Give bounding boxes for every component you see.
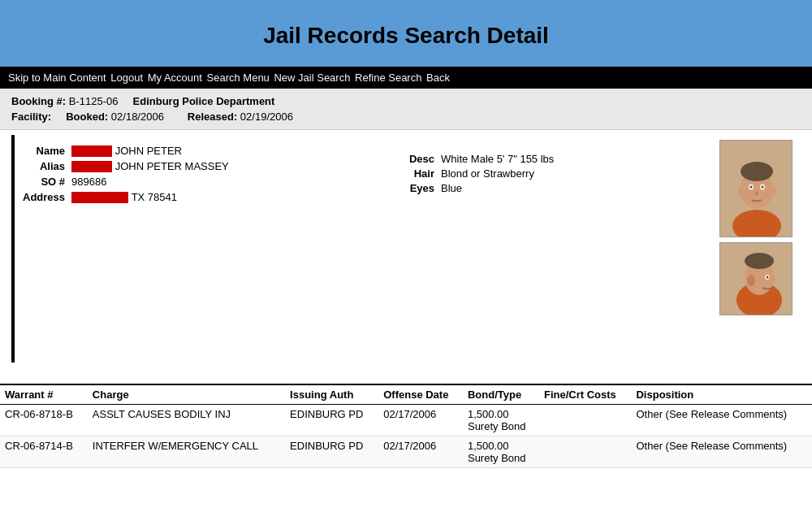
desc-value: White Male 5' 7" 155 lbs bbox=[441, 153, 554, 165]
col-offense-date: Offense Date bbox=[378, 385, 463, 405]
col-charge: Charge bbox=[88, 385, 285, 405]
mugshot-front bbox=[719, 140, 793, 237]
alias-redacted bbox=[71, 161, 112, 172]
charge-cell: ASSLT CAUSES BODILY INJ bbox=[88, 405, 285, 436]
address-suffix: TX 78541 bbox=[132, 191, 177, 203]
nav-search-menu[interactable]: Search Menu bbox=[207, 72, 270, 84]
svg-rect-20 bbox=[720, 243, 793, 315]
left-bar-accent bbox=[11, 135, 15, 363]
mugshot-side bbox=[719, 242, 793, 315]
hair-value: Blond or Strawberry bbox=[441, 167, 534, 180]
table-header-row: Warrant # Charge Issuing Auth Offense Da… bbox=[0, 385, 812, 405]
booked-label: Booked: bbox=[66, 111, 108, 123]
nav-back[interactable]: Back bbox=[426, 72, 450, 84]
booking-number-label: Booking #: bbox=[11, 95, 66, 107]
col-disposition: Disposition bbox=[631, 385, 812, 405]
so-label: SO # bbox=[23, 176, 71, 188]
disposition-cell: Other (See Release Comments) bbox=[631, 405, 812, 436]
col-warrant: Warrant # bbox=[0, 385, 88, 405]
alias-value: JOHN PETER MASSEY bbox=[115, 160, 229, 172]
address-redacted bbox=[71, 192, 128, 203]
nav-skip-main[interactable]: Skip to Main Content bbox=[8, 72, 106, 84]
department-value: Edinburg Police Department bbox=[133, 95, 275, 107]
person-details: Name JOHN PETER Alias JOHN PETER MASSEY … bbox=[23, 135, 711, 363]
bond-type-cell: 1,500.00Surety Bond bbox=[463, 405, 539, 436]
table-row: CR-06-8714-BINTERFER W/EMERGENCY CALLEDI… bbox=[0, 436, 812, 468]
offense-date-cell: 02/17/2006 bbox=[378, 405, 463, 436]
name-row: Name JOHN PETER bbox=[23, 145, 396, 157]
fine-cell bbox=[539, 436, 631, 468]
description-section: Desc White Male 5' 7" 155 lbs Hair Blond… bbox=[396, 153, 711, 194]
booking-info-section: Booking #: B-1125-06 Edinburg Police Dep… bbox=[0, 89, 812, 130]
bond-type-cell: 1,500.00Surety Bond bbox=[463, 436, 539, 468]
warrant-cell: CR-06-8718-B bbox=[0, 405, 88, 436]
address-label: Address bbox=[23, 191, 71, 203]
eyes-row: Eyes Blue bbox=[404, 182, 711, 194]
charges-section: Warrant # Charge Issuing Auth Offense Da… bbox=[0, 384, 812, 468]
svg-rect-11 bbox=[720, 141, 793, 237]
charges-table: Warrant # Charge Issuing Auth Offense Da… bbox=[0, 385, 812, 468]
main-content: Name JOHN PETER Alias JOHN PETER MASSEY … bbox=[0, 130, 812, 367]
booking-number-value: B-1125-06 bbox=[69, 95, 119, 107]
page-title: Jail Records Search Detail bbox=[0, 23, 812, 49]
col-issuing-auth: Issuing Auth bbox=[285, 385, 378, 405]
alias-row: Alias JOHN PETER MASSEY bbox=[23, 160, 396, 172]
hair-label: Hair bbox=[404, 167, 441, 180]
facility-label: Facility: bbox=[11, 111, 51, 123]
nav-new-jail-search[interactable]: New Jail Search bbox=[274, 72, 350, 84]
disposition-cell: Other (See Release Comments) bbox=[631, 436, 812, 468]
alias-label: Alias bbox=[23, 160, 71, 172]
col-fine: Fine/Crt Costs bbox=[539, 385, 631, 405]
warrant-cell: CR-06-8714-B bbox=[0, 436, 88, 468]
eyes-value: Blue bbox=[441, 182, 462, 194]
issuing-auth-cell: EDINBURG PD bbox=[285, 405, 378, 436]
table-row: CR-06-8718-BASSLT CAUSES BODILY INJEDINB… bbox=[0, 405, 812, 436]
name-redacted bbox=[71, 145, 112, 157]
col-bond-type: Bond/Type bbox=[463, 385, 539, 405]
hair-row: Hair Blond or Strawberry bbox=[404, 167, 711, 180]
so-row: SO # 989686 bbox=[23, 176, 396, 188]
nav-refine-search[interactable]: Refine Search bbox=[355, 72, 421, 84]
desc-label: Desc bbox=[404, 153, 441, 165]
name-label: Name bbox=[23, 145, 71, 157]
released-value: 02/19/2006 bbox=[240, 111, 293, 123]
so-value: 989686 bbox=[71, 176, 106, 188]
nav-logout[interactable]: Logout bbox=[110, 72, 143, 84]
booked-value: 02/18/2006 bbox=[111, 111, 164, 123]
offense-date-cell: 02/17/2006 bbox=[378, 436, 463, 468]
fine-cell bbox=[539, 405, 631, 436]
nav-my-account[interactable]: My Account bbox=[148, 72, 202, 84]
name-value: JOHN PETER bbox=[115, 145, 182, 157]
eyes-label: Eyes bbox=[404, 182, 441, 194]
desc-row: Desc White Male 5' 7" 155 lbs bbox=[404, 153, 711, 165]
photo-section bbox=[719, 135, 801, 363]
page-header: Jail Records Search Detail bbox=[0, 0, 812, 67]
navigation-bar: Skip to Main Content Logout My Account S… bbox=[0, 67, 812, 89]
address-row: Address TX 78541 bbox=[23, 191, 396, 203]
released-label: Released: bbox=[188, 111, 237, 123]
issuing-auth-cell: EDINBURG PD bbox=[285, 436, 378, 468]
charge-cell: INTERFER W/EMERGENCY CALL bbox=[88, 436, 285, 468]
